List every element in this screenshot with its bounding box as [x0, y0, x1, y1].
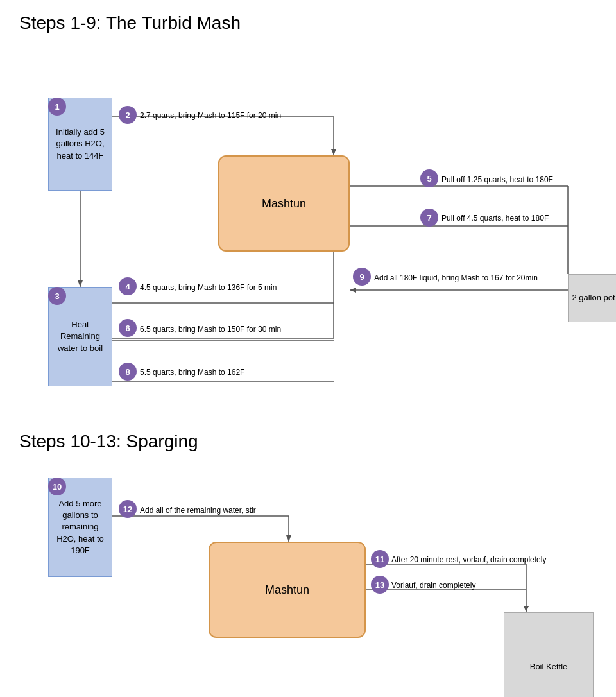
- step-label-2: 2.7 quarts, bring Mash to 115F for 20 mi…: [140, 110, 281, 121]
- step-label-8: 5.5 quarts, bring Mash to 162F: [140, 367, 332, 378]
- step-circle-11: 11: [371, 550, 389, 568]
- boil-kettle-box: Boil Kettle: [504, 612, 594, 697]
- step-circle-8: 8: [119, 363, 137, 381]
- svg-marker-22: [524, 606, 529, 612]
- step-label-6: 6.5 quarts, bring Mash to 150F for 30 mi…: [140, 324, 332, 335]
- step-label-5: Pull off 1.25 quarts, heat to 180F: [441, 175, 563, 185]
- step-label-9: Add all 180F liquid, bring Mash to 167 f…: [374, 273, 560, 284]
- svg-marker-4: [78, 280, 83, 287]
- svg-marker-14: [350, 288, 356, 293]
- step-circle-6: 6: [119, 319, 137, 337]
- step-label-4: 4.5 quarts, bring Mash to 136F for 5 min: [140, 282, 332, 293]
- step-circle-4: 4: [119, 277, 137, 295]
- page: Steps 1-9: The Turbid Mash: [0, 0, 616, 697]
- step-circle-5: 5: [420, 169, 438, 187]
- step-circle-2: 2: [119, 106, 137, 124]
- step-label-13: Vorlauf, drain completely: [391, 580, 520, 591]
- step-circle-3: 3: [48, 287, 66, 305]
- svg-marker-2: [331, 149, 336, 155]
- step-circle-1: 1: [48, 98, 66, 116]
- svg-marker-18: [286, 535, 291, 542]
- step-circle-7: 7: [420, 209, 438, 227]
- step-circle-9: 9: [353, 268, 371, 286]
- step-circle-13: 13: [371, 576, 389, 594]
- pot-box: 2 gallon pot: [568, 274, 616, 322]
- diagram-2: 10 Add 5 more gallons to remaining H2O, …: [19, 465, 610, 697]
- step-circle-12: 12: [119, 500, 137, 518]
- step-circle-10: 10: [48, 478, 66, 495]
- step-label-11: After 20 minute rest, vorlauf, drain com…: [391, 555, 571, 565]
- section2-title: Steps 10-13: Sparging: [19, 431, 597, 452]
- section1-title: Steps 1-9: The Turbid Mash: [19, 13, 597, 33]
- step-label-7: Pull off 4.5 quarts, heat to 180F: [441, 213, 563, 224]
- step-label-12: Add all of the remaining water, stir: [140, 505, 268, 516]
- mashtun-2: Mashtun: [209, 542, 366, 638]
- diagram-1: 1 Initially add 5 gallons H2O, heat to 1…: [19, 46, 610, 406]
- mashtun-1: Mashtun: [218, 155, 350, 252]
